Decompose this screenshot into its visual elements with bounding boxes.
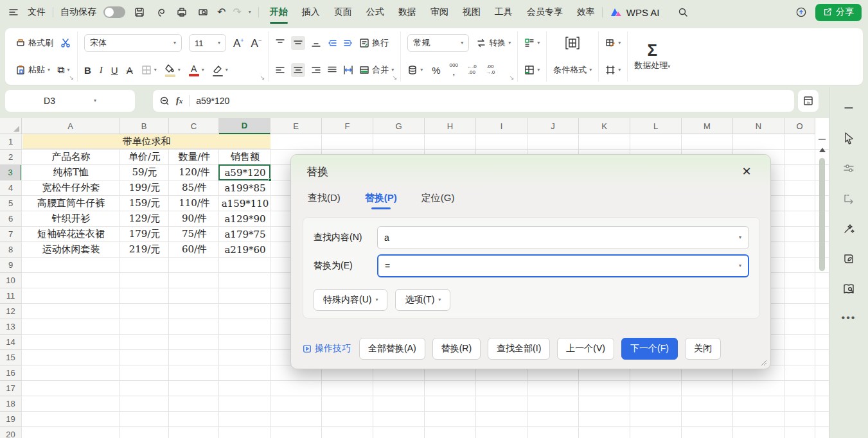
cell-B2[interactable]: 单价/元 xyxy=(120,150,169,164)
row-header-17[interactable]: 17 xyxy=(0,381,22,396)
zoom-out-icon[interactable] xyxy=(159,96,170,106)
fill-color-button[interactable]: ▾ xyxy=(165,64,181,77)
redo-icon[interactable]: ↷ xyxy=(233,7,241,17)
tab-formula[interactable]: 公式 xyxy=(366,6,384,18)
tab-review[interactable]: 审阅 xyxy=(430,6,448,18)
tab-goto[interactable]: 定位(G) xyxy=(421,192,455,204)
selection-box-D3[interactable] xyxy=(218,164,270,180)
vertical-scrollbar[interactable] xyxy=(815,118,829,438)
alignment-dialog-launcher[interactable]: ↘ xyxy=(393,74,398,81)
font-name-select[interactable]: 宋体▾ xyxy=(84,34,182,52)
align-left-button[interactable] xyxy=(275,65,285,75)
cell-D2[interactable]: 销售额 xyxy=(220,150,270,164)
insert-cells-button[interactable]: ▾ xyxy=(524,38,540,48)
copy-button[interactable]: ⧉▾ xyxy=(57,65,69,75)
next-button[interactable]: 下一个(F) xyxy=(621,338,678,360)
row-header-5[interactable]: 5 xyxy=(0,196,22,211)
cell-C3[interactable]: 120/件 xyxy=(170,165,219,180)
column-header-M[interactable]: M xyxy=(682,118,733,134)
row-header-14[interactable]: 14 xyxy=(0,335,22,350)
wps-ai-button[interactable]: WPS AI xyxy=(610,6,660,18)
upload-cloud-icon[interactable] xyxy=(794,5,808,19)
row-header-2[interactable]: 2 xyxy=(0,150,22,165)
cell-A5[interactable]: 高腰直筒牛仔裤 xyxy=(22,196,120,211)
row-header-1[interactable]: 1 xyxy=(0,134,22,150)
row-header-19[interactable]: 19 xyxy=(0,412,22,427)
row-header-11[interactable]: 11 xyxy=(0,288,22,304)
tab-efficiency[interactable]: 效率 xyxy=(577,6,595,18)
increase-indent-button[interactable] xyxy=(343,38,353,48)
column-header-H[interactable]: H xyxy=(425,118,476,134)
replace-chevron-icon[interactable]: ▾ xyxy=(739,263,741,268)
table-format-button[interactable]: ▾ xyxy=(605,38,621,48)
fx-icon[interactable]: fx xyxy=(176,96,182,106)
replace-input[interactable] xyxy=(377,254,749,277)
number-format-select[interactable]: 常规▾ xyxy=(407,34,469,52)
collapse-toolbar-icon[interactable] xyxy=(842,101,855,114)
cell-merged-A1-D1[interactable]: 带单位求和 xyxy=(22,134,270,149)
more-options-icon[interactable]: ••• xyxy=(842,313,856,323)
loop-reference-icon[interactable] xyxy=(842,192,855,205)
align-top-button[interactable] xyxy=(275,38,285,48)
tab-data[interactable]: 数据 xyxy=(398,6,416,18)
clear-format-button[interactable]: ▾ xyxy=(213,64,228,76)
table-borders-button[interactable]: ▾ xyxy=(605,65,621,75)
borders-button[interactable]: ▾ xyxy=(141,65,157,75)
adjust-sliders-icon[interactable] xyxy=(842,162,855,175)
conditional-format-button[interactable]: 条件格式▾ xyxy=(553,64,592,76)
resize-handle[interactable] xyxy=(759,358,767,366)
cursor-select-icon[interactable] xyxy=(842,132,855,145)
bold-button[interactable]: B xyxy=(84,66,91,75)
cell-A3[interactable]: 纯棉T恤 xyxy=(22,165,120,180)
font-dialog-launcher[interactable]: ↘ xyxy=(260,74,265,81)
align-right-button[interactable] xyxy=(311,65,321,75)
cell-C7[interactable]: 75/件 xyxy=(170,227,219,241)
document-assistant-icon[interactable] xyxy=(842,252,855,265)
scrollbar-thumb[interactable] xyxy=(819,158,825,271)
align-center-button[interactable] xyxy=(291,63,305,77)
row-header-9[interactable]: 9 xyxy=(0,258,22,273)
row-header-6[interactable]: 6 xyxy=(0,211,22,227)
undo-menu-chevron-icon[interactable]: ▾ xyxy=(249,10,251,15)
file-menu[interactable]: 文件 xyxy=(28,6,46,18)
tab-insert[interactable]: 插入 xyxy=(302,6,320,18)
column-header-F[interactable]: F xyxy=(322,118,373,134)
column-header-I[interactable]: I xyxy=(476,118,527,134)
print-preview-icon[interactable] xyxy=(196,5,210,19)
column-header-B[interactable]: B xyxy=(120,118,169,134)
formula-panel-button[interactable]: fx xyxy=(798,90,819,112)
split-handle[interactable] xyxy=(819,139,826,140)
wrap-text-button[interactable]: 换行 xyxy=(359,37,389,49)
convert-button[interactable]: 转换▾ xyxy=(476,37,511,49)
column-header-O[interactable]: O xyxy=(784,118,815,134)
cell-B5[interactable]: 159/元 xyxy=(120,196,169,211)
row-header-18[interactable]: 18 xyxy=(0,396,22,412)
find-input[interactable] xyxy=(377,226,749,249)
decrease-font-button[interactable]: A− xyxy=(251,38,262,49)
number-dialog-launcher[interactable]: ↘ xyxy=(509,74,515,81)
cell-B4[interactable]: 199/元 xyxy=(120,180,169,195)
cell-B7[interactable]: 179/元 xyxy=(120,227,169,241)
previous-button[interactable]: 上一个(V) xyxy=(557,338,614,360)
cell-D7[interactable]: a179*75 xyxy=(220,227,270,241)
tips-link[interactable]: 操作技巧 xyxy=(303,343,351,355)
cell-C2[interactable]: 数量/件 xyxy=(170,150,219,164)
paste-button[interactable]: 粘贴▾ xyxy=(15,64,50,76)
scroll-up-arrow[interactable] xyxy=(819,148,826,152)
cell-B8[interactable]: 219/元 xyxy=(120,242,169,257)
data-processing-button[interactable]: Σ 数据处理▾ xyxy=(634,42,670,71)
replace-button[interactable]: 替换(R) xyxy=(432,338,481,360)
magic-wand-icon[interactable] xyxy=(842,222,855,235)
save-icon[interactable] xyxy=(132,5,146,19)
export-icon[interactable] xyxy=(154,5,168,19)
search-icon[interactable] xyxy=(676,5,690,19)
strikethrough-button[interactable]: A xyxy=(127,66,133,75)
currency-button[interactable]: ▾ xyxy=(407,65,423,75)
increase-decimal-button[interactable]: ←.0.00 xyxy=(467,64,477,76)
cell-A8[interactable]: 运动休闲套装 xyxy=(22,242,120,257)
distribute-button[interactable] xyxy=(343,65,353,75)
tab-page[interactable]: 页面 xyxy=(334,6,352,18)
formula-bar[interactable]: fx a59*120 xyxy=(153,90,794,112)
percent-button[interactable]: % xyxy=(432,66,440,75)
cell-A6[interactable]: 针织开衫 xyxy=(22,211,120,226)
